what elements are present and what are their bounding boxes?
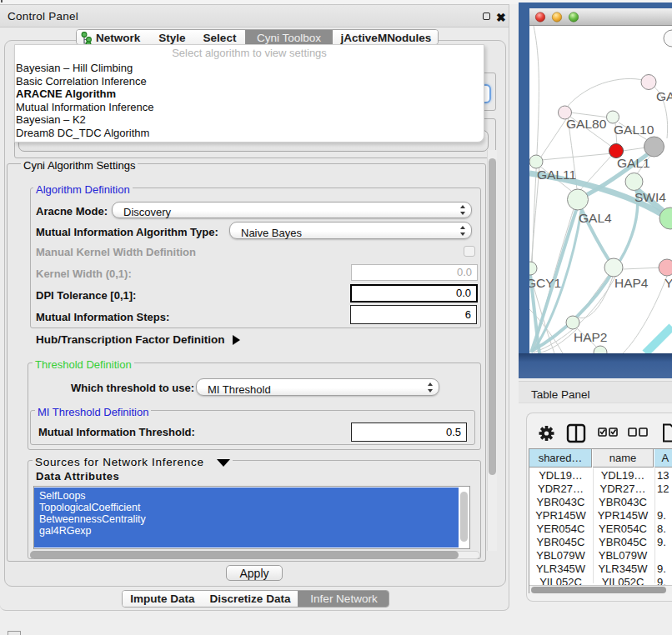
svg-text:SWI4: SWI4: [634, 190, 666, 204]
svg-text:GAL11: GAL11: [537, 168, 576, 182]
svg-text:GAL: GAL: [656, 89, 672, 103]
svg-text:GAL1: GAL1: [617, 156, 650, 170]
svg-text:HAP4: HAP4: [614, 276, 649, 290]
svg-text:GAL10: GAL10: [614, 122, 654, 137]
svg-text:HAP2: HAP2: [574, 330, 608, 344]
svg-text:GAL80: GAL80: [566, 117, 607, 131]
svg-text:Y: Y: [664, 276, 672, 290]
svg-text:GCY1: GCY1: [529, 276, 561, 290]
svg-text:GAL4: GAL4: [579, 211, 612, 225]
